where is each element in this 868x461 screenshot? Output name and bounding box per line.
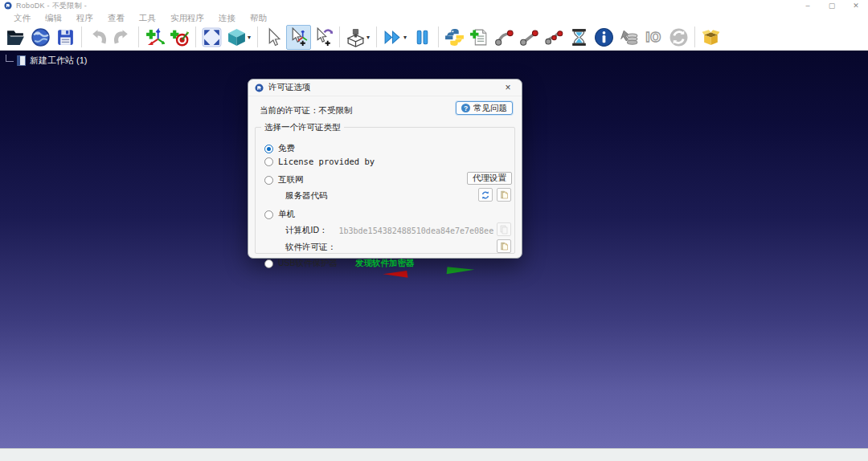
undo-icon[interactable] xyxy=(85,25,110,50)
robodk-window: RoboDK - 不受限制 - – ▢ ✕ 文件 编辑 程序 查看 工具 实用程… xyxy=(0,0,868,461)
radio-free-label: 免费 xyxy=(278,143,295,154)
software-license-label: 软件许可证： xyxy=(285,242,336,253)
radio-license-provided-label: License provided by xyxy=(278,157,375,166)
move-circular-instruction-icon[interactable] xyxy=(542,25,567,50)
toolbar-separator xyxy=(257,27,258,47)
toolbar-separator xyxy=(81,27,82,47)
menubar: 文件 编辑 程序 查看 工具 实用程序 连接 帮助 xyxy=(0,11,868,24)
radio-internet-label: 互联网 xyxy=(278,174,304,186)
set-io-instruction-icon[interactable]: IO xyxy=(641,25,666,50)
isometric-view-cube-icon[interactable] xyxy=(224,25,249,50)
menu-program[interactable]: 程序 xyxy=(69,11,100,24)
radio-row-usb-dongle[interactable]: USB软件保护器 发现软件加密器 xyxy=(264,258,415,269)
paste-server-code-button[interactable] xyxy=(497,188,511,202)
detect-dongle-link[interactable]: 发现软件加密器 xyxy=(355,258,415,269)
close-button[interactable]: ✕ xyxy=(844,0,868,11)
pause-simulation-icon[interactable] xyxy=(410,25,435,50)
run-program-fast-icon[interactable] xyxy=(380,25,405,50)
add-program-icon[interactable] xyxy=(467,25,492,50)
add-reference-frame-icon[interactable] xyxy=(142,25,167,50)
computer-id-value: 1b3bde154382488510dea84e7e7e08ee xyxy=(339,226,494,235)
copy-computer-id-button[interactable] xyxy=(497,222,511,236)
dialog-titlebar[interactable]: 许可证选项 × xyxy=(248,80,522,96)
toolbar-separator xyxy=(138,27,139,47)
toolbar-separator xyxy=(376,27,377,47)
tree-item-station[interactable]: 新建工作站 (1) xyxy=(6,55,88,67)
station-icon xyxy=(17,55,26,66)
select-cursor-icon[interactable] xyxy=(261,25,286,50)
dialog-body: 当前的许可证：不受限制 ? 常见问题 选择一个许可证类型 免费 License … xyxy=(248,96,522,259)
radio-row-free[interactable]: 免费 xyxy=(264,143,295,154)
menu-utilities[interactable]: 实用程序 xyxy=(163,11,211,24)
menu-edit[interactable]: 编辑 xyxy=(38,11,69,24)
show-message-instruction-icon[interactable] xyxy=(592,25,616,50)
set-speed-instruction-icon[interactable] xyxy=(616,25,641,50)
radio-usb-dongle-label: USB软件保护器 xyxy=(278,258,338,269)
radio-row-internet[interactable]: 互联网 xyxy=(264,174,304,186)
toolbar-separator xyxy=(694,27,695,47)
save-station-icon[interactable] xyxy=(53,25,78,50)
radio-row-standalone[interactable]: 单机 xyxy=(264,209,295,220)
radio-usb-dongle[interactable] xyxy=(264,259,273,268)
proxy-settings-button[interactable]: 代理设置 xyxy=(467,172,512,185)
redo-icon[interactable] xyxy=(110,25,135,50)
minimize-button[interactable]: – xyxy=(796,0,820,11)
menu-connect[interactable]: 连接 xyxy=(211,11,243,24)
move-joint-instruction-icon[interactable] xyxy=(492,25,517,50)
computer-id-label: 计算机ID： xyxy=(285,225,328,236)
synchronize-icon[interactable] xyxy=(666,25,691,50)
radio-standalone-label: 单机 xyxy=(278,209,295,220)
menu-file[interactable]: 文件 xyxy=(6,11,38,24)
current-license-text: 当前的许可证：不受限制 xyxy=(260,105,353,116)
toolbar: ▾ ▾ ▾ xyxy=(0,24,868,51)
toolbar-separator xyxy=(438,27,439,47)
open-station-icon[interactable] xyxy=(3,25,28,50)
menu-tools[interactable]: 工具 xyxy=(132,11,163,24)
toolbar-separator xyxy=(195,27,196,47)
wait-instruction-icon[interactable] xyxy=(567,25,592,50)
open-library-globe-icon[interactable] xyxy=(28,25,53,50)
add-tool-icon[interactable] xyxy=(343,25,368,50)
radio-standalone[interactable] xyxy=(264,210,273,219)
computer-id-row: 计算机ID： 1b3bde154382488510dea84e7e7e08ee xyxy=(285,225,493,236)
refresh-server-code-button[interactable] xyxy=(478,188,493,202)
titlebar: RoboDK - 不受限制 - – ▢ ✕ xyxy=(0,0,868,11)
radio-license-provided[interactable] xyxy=(264,157,273,166)
x-axis-red-arrow xyxy=(383,271,408,281)
dialog-close-button[interactable]: × xyxy=(501,82,515,93)
radio-internet[interactable] xyxy=(264,176,273,185)
robodk-logo-icon xyxy=(255,84,264,92)
tree-branch-line xyxy=(6,55,14,62)
window-controls: – ▢ ✕ xyxy=(796,0,868,11)
paste-license-button[interactable] xyxy=(497,239,511,253)
add-python-script-icon[interactable] xyxy=(442,25,467,50)
menu-view[interactable]: 查看 xyxy=(100,11,132,24)
fit-to-screen-icon[interactable] xyxy=(199,25,224,50)
faq-button[interactable]: ? 常见问题 xyxy=(456,101,513,115)
dialog-title: 许可证选项 xyxy=(268,82,311,93)
license-options-dialog: 许可证选项 × 当前的许可证：不受限制 ? 常见问题 选择一个许可证类型 免费 … xyxy=(248,79,522,259)
move-linear-instruction-icon[interactable] xyxy=(517,25,542,50)
move-reference-cursor-icon[interactable] xyxy=(286,25,311,50)
maximize-button[interactable]: ▢ xyxy=(820,0,844,11)
robodk-logo-icon xyxy=(4,2,12,10)
move-object-cursor-icon[interactable] xyxy=(311,25,336,50)
question-icon: ? xyxy=(461,104,470,112)
radio-row-license-provided[interactable]: License provided by xyxy=(264,157,375,166)
menu-help[interactable]: 帮助 xyxy=(243,11,274,24)
toolbar-separator xyxy=(339,27,340,47)
server-code-label: 服务器代码 xyxy=(285,190,328,202)
faq-button-label: 常见问题 xyxy=(473,103,507,114)
status-bar xyxy=(0,448,868,461)
add-target-icon[interactable] xyxy=(167,25,192,50)
license-type-group-title: 选择一个许可证类型 xyxy=(261,122,344,133)
window-title: RoboDK - 不受限制 - xyxy=(16,1,87,11)
station-label: 新建工作站 (1) xyxy=(30,55,88,67)
package-export-icon[interactable] xyxy=(698,25,723,50)
y-axis-green-arrow xyxy=(447,267,475,277)
radio-free[interactable] xyxy=(264,145,273,153)
svg-text:IO: IO xyxy=(645,31,661,45)
